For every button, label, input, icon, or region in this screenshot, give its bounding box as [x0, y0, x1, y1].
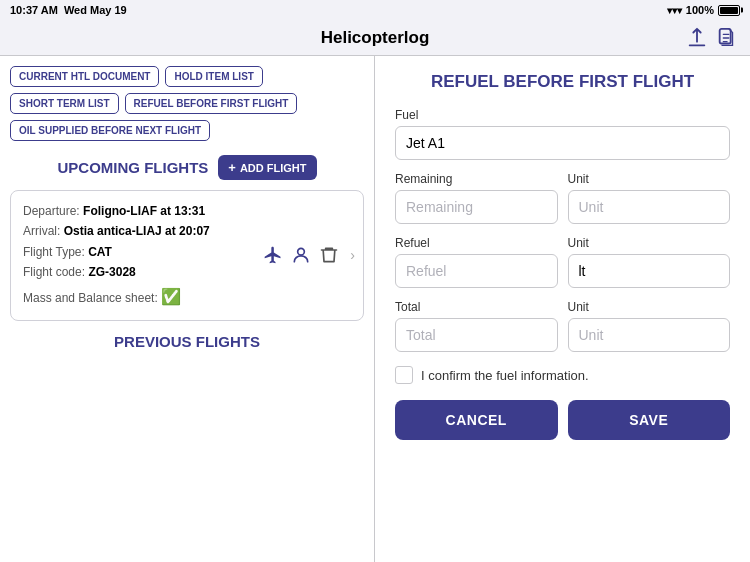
refuel-unit-input[interactable] — [568, 254, 731, 288]
fuel-label: Fuel — [395, 108, 730, 122]
fuel-input[interactable] — [395, 126, 730, 160]
status-time: 10:37 AM — [10, 4, 58, 16]
departure-label: Departure: — [23, 204, 80, 218]
tab-hold-item[interactable]: HOLD ITEM LIST — [165, 66, 262, 87]
tab-current-htl[interactable]: CURRENT HTL DOCUMENT — [10, 66, 159, 87]
total-unit-input[interactable] — [568, 318, 731, 352]
flight-type-value: CAT — [88, 245, 112, 259]
confirm-row: I confirm the fuel information. — [395, 366, 730, 384]
total-row: Total Unit — [395, 300, 730, 352]
arrival-row: Arrival: Ostia antica-LIAJ at 20:07 — [23, 221, 351, 241]
right-panel: REFUEL BEFORE FIRST FLIGHT Fuel Remainin… — [375, 56, 750, 562]
refuel-input[interactable] — [395, 254, 558, 288]
right-panel-title: REFUEL BEFORE FIRST FLIGHT — [395, 72, 730, 92]
left-panel: CURRENT HTL DOCUMENT HOLD ITEM LIST SHOR… — [0, 56, 375, 562]
flight-type-label: Flight Type: — [23, 245, 85, 259]
total-unit-label: Unit — [568, 300, 731, 314]
refuel-unit-label: Unit — [568, 236, 731, 250]
refuel-label: Refuel — [395, 236, 558, 250]
title-bar-icons — [686, 27, 738, 49]
tab-buttons: CURRENT HTL DOCUMENT HOLD ITEM LIST SHOR… — [10, 66, 364, 141]
total-input[interactable] — [395, 318, 558, 352]
chevron-right-icon[interactable]: › — [350, 247, 355, 263]
cancel-button[interactable]: CANCEL — [395, 400, 558, 440]
svg-point-1 — [298, 249, 305, 256]
flight-code-label: Flight code: — [23, 265, 85, 279]
remaining-row: Remaining Unit — [395, 172, 730, 224]
total-col: Total — [395, 300, 558, 352]
add-flight-button[interactable]: + ADD FLIGHT — [218, 155, 316, 180]
total-unit-col: Unit — [568, 300, 731, 352]
refuel-unit-col: Unit — [568, 236, 731, 288]
airplane-icon[interactable] — [263, 245, 283, 265]
battery-icon — [718, 5, 740, 16]
user-icon[interactable] — [291, 245, 311, 265]
remaining-unit-label: Unit — [568, 172, 731, 186]
remaining-unit-col: Unit — [568, 172, 731, 224]
plus-icon: + — [228, 160, 236, 175]
remaining-col: Remaining — [395, 172, 558, 224]
tab-oil-supplied[interactable]: OIL SUPPLIED BEFORE NEXT FLIGHT — [10, 120, 210, 141]
remaining-unit-input[interactable] — [568, 190, 731, 224]
upload-icon[interactable] — [686, 27, 708, 49]
status-bar-left: 10:37 AM Wed May 19 — [10, 4, 127, 16]
main-layout: CURRENT HTL DOCUMENT HOLD ITEM LIST SHOR… — [0, 56, 750, 562]
departure-value: Foligno-LIAF at 13:31 — [83, 204, 205, 218]
refuel-col: Refuel — [395, 236, 558, 288]
mass-balance-label: Mass and Balance sheet: — [23, 291, 158, 305]
previous-flights-title: PREVIOUS FLIGHTS — [10, 333, 364, 350]
tab-refuel-first[interactable]: REFUEL BEFORE FIRST FLIGHT — [125, 93, 298, 114]
mass-balance-row: Mass and Balance sheet: ✅ — [23, 283, 351, 310]
fuel-group: Fuel — [395, 108, 730, 160]
flight-code-value: ZG-3028 — [88, 265, 135, 279]
document-icon[interactable] — [716, 27, 738, 49]
status-date: Wed May 19 — [64, 4, 127, 16]
upcoming-flights-header: UPCOMING FLIGHTS + ADD FLIGHT — [10, 155, 364, 180]
delete-icon[interactable] — [319, 245, 339, 265]
battery-percent: 100% — [686, 4, 714, 16]
remaining-label: Remaining — [395, 172, 558, 186]
flight-card-icons — [263, 245, 339, 265]
save-button[interactable]: SAVE — [568, 400, 731, 440]
arrival-value: Ostia antica-LIAJ at 20:07 — [64, 224, 210, 238]
upcoming-flights-title: UPCOMING FLIGHTS — [57, 159, 208, 176]
refuel-row: Refuel Unit — [395, 236, 730, 288]
departure-row: Departure: Foligno-LIAF at 13:31 — [23, 201, 351, 221]
action-buttons: CANCEL SAVE — [395, 400, 730, 440]
mass-balance-check-icon: ✅ — [161, 288, 181, 305]
confirm-label: I confirm the fuel information. — [421, 368, 589, 383]
title-bar: Helicopterlog — [0, 20, 750, 56]
total-label: Total — [395, 300, 558, 314]
tab-short-term[interactable]: SHORT TERM LIST — [10, 93, 119, 114]
status-bar-right: ▾▾▾ 100% — [667, 4, 740, 16]
status-bar: 10:37 AM Wed May 19 ▾▾▾ 100% — [0, 0, 750, 20]
remaining-input[interactable] — [395, 190, 558, 224]
flight-card: Departure: Foligno-LIAF at 13:31 Arrival… — [10, 190, 364, 321]
add-flight-label: ADD FLIGHT — [240, 162, 307, 174]
arrival-label: Arrival: — [23, 224, 60, 238]
confirm-checkbox[interactable] — [395, 366, 413, 384]
wifi-icon: ▾▾▾ — [667, 5, 682, 16]
app-title: Helicopterlog — [321, 28, 430, 48]
